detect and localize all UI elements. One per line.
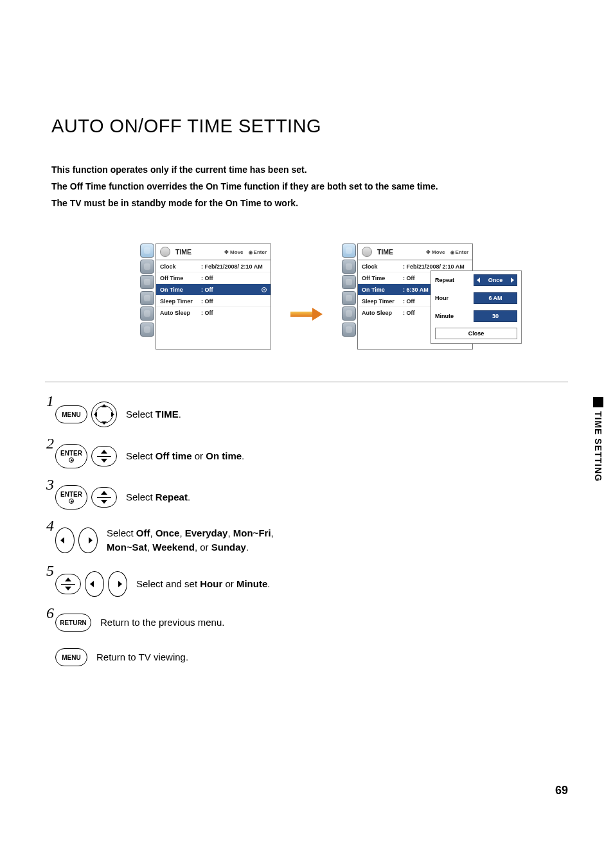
remote-menu-button: MENU [55, 405, 87, 423]
step-5: 5 Select and set Hour or Minute. [51, 571, 562, 597]
section-marker-icon [593, 397, 603, 407]
step-text: Select Repeat. [126, 490, 190, 504]
popup-value-repeat: Once [474, 274, 517, 286]
popup-label: Minute [435, 313, 463, 319]
step-4: 4 Select Off, Once, Everyday, Mon~Fri, M… [51, 526, 562, 554]
remote-left-icon [55, 527, 75, 553]
menu-icon [342, 291, 356, 305]
row-label: Auto Sleep [160, 310, 197, 316]
remote-left-icon [85, 571, 104, 597]
row-value: Off [201, 310, 213, 316]
triangle-right-icon [511, 278, 514, 283]
row-label: Clock [160, 263, 197, 270]
arrow-icon [290, 310, 323, 319]
divider [45, 382, 568, 382]
hint-enter: Enter [249, 249, 267, 255]
step-3: 3 ENTER Select Repeat. [51, 485, 562, 509]
step-number: 1 [46, 393, 54, 410]
popup-value-minute: 30 [474, 310, 517, 322]
remote-updown-icon [91, 487, 117, 508]
remote-updown-icon [55, 574, 81, 594]
step-text: Select Off, Once, Everyday, Mon~Fri, Mon… [107, 526, 274, 554]
step-text: Select TIME. [126, 407, 181, 421]
row-value: Feb/21/2008/ 2:10 AM [201, 263, 263, 270]
remote-updown-icon [91, 446, 117, 466]
intro-line-3: The TV must be in standby mode for the O… [51, 195, 562, 211]
remote-menu-button: MENU [55, 648, 87, 666]
menu-icon [140, 275, 154, 289]
enter-dot-icon [69, 457, 74, 463]
hint-move: Move [426, 249, 445, 255]
menu-icon [140, 323, 154, 337]
section-label: TIME SETTING [593, 411, 603, 482]
remote-right-icon [108, 571, 127, 597]
step-1: 1 MENU Select TIME. [51, 402, 562, 427]
remote-enter-button: ENTER [55, 444, 87, 468]
osd-title: TIME [175, 248, 191, 256]
row-label: Sleep Timer [160, 298, 197, 305]
step-number: 3 [46, 476, 54, 493]
osd-after: TIME Move Enter ClockFeb/21/2008/ 2:10 A… [342, 244, 473, 350]
steps: 1 MENU Select TIME. 2 ENTER Select Off t… [51, 402, 562, 666]
osd-title: TIME [377, 248, 393, 256]
clock-icon [160, 247, 170, 257]
triangle-left-icon [477, 278, 480, 283]
osd-before: TIME Move Enter ClockFeb/21/2008/ 2:10 A… [140, 244, 271, 350]
step-text: Select and set Hour or Minute. [136, 577, 270, 591]
page-title: AUTO ON/OFF TIME SETTING [51, 116, 562, 137]
step-menu-return: MENU Return to TV viewing. [51, 648, 562, 666]
menu-icon [342, 275, 356, 289]
popup-value-hour: 6 AM [474, 292, 517, 304]
menu-category-icons [140, 244, 155, 337]
popup-label: Repeat [435, 277, 463, 283]
menu-icon [342, 306, 356, 321]
menu-category-icons [342, 244, 357, 337]
step-number: 2 [46, 435, 54, 452]
menu-icon-time [342, 244, 356, 258]
step-number: 5 [46, 562, 54, 580]
row-label: Sleep Timer [362, 298, 399, 305]
menu-icon [342, 323, 356, 337]
remote-return-button: RETURN [55, 614, 91, 632]
step-text: Select Off time or On time. [126, 449, 244, 463]
intro-text: This function operates only if the curre… [51, 161, 562, 211]
row-value: Off [403, 275, 415, 281]
menu-icon [342, 260, 356, 274]
step-text: Return to TV viewing. [96, 650, 188, 664]
row-value: Off [403, 298, 415, 305]
hint-enter: Enter [450, 249, 468, 255]
remote-enter-button: ENTER [55, 485, 87, 509]
intro-line-1: This function operates only if the curre… [51, 161, 562, 178]
step-number: 6 [46, 605, 54, 622]
remote-right-icon [78, 527, 98, 553]
enter-dot-icon [69, 499, 74, 504]
intro-line-2: The Off Time function overrides the On T… [51, 178, 562, 195]
step-2: 2 ENTER Select Off time or On time. [51, 444, 562, 468]
remote-dpad-icon [91, 402, 117, 427]
popup-label: Hour [435, 295, 463, 301]
clock-icon [362, 247, 372, 257]
step-text: Return to the previous menu. [100, 616, 224, 630]
row-on-time-selected: On TimeOff [156, 283, 271, 295]
osd-panel: TIME Move Enter ClockFeb/21/2008/ 2:10 A… [155, 244, 271, 350]
row-label: Off Time [160, 275, 197, 281]
time-detail-popup: Repeat Once Hour 6 AM Minute 30 Close [431, 270, 522, 344]
step-6: 6 RETURN Return to the previous menu. [51, 614, 562, 632]
row-label: Auto Sleep [362, 310, 399, 316]
menu-icon [140, 260, 154, 274]
row-value: Feb/21/2008/ 2:10 AM [403, 263, 465, 270]
popup-close: Close [435, 328, 517, 339]
menu-icon [140, 306, 154, 321]
hint-move: Move [224, 249, 243, 255]
row-value: Off [201, 275, 213, 281]
page-number: 69 [555, 784, 568, 797]
osd-panels: TIME Move Enter ClockFeb/21/2008/ 2:10 A… [51, 244, 562, 350]
step-number: 4 [46, 517, 54, 535]
menu-icon-time [140, 244, 154, 258]
enter-bullet-icon [262, 287, 267, 292]
row-value: Off [403, 310, 415, 316]
menu-icon [140, 291, 154, 305]
row-label: Clock [362, 263, 399, 270]
row-label: Off Time [362, 275, 399, 281]
row-value: Off [201, 298, 213, 305]
